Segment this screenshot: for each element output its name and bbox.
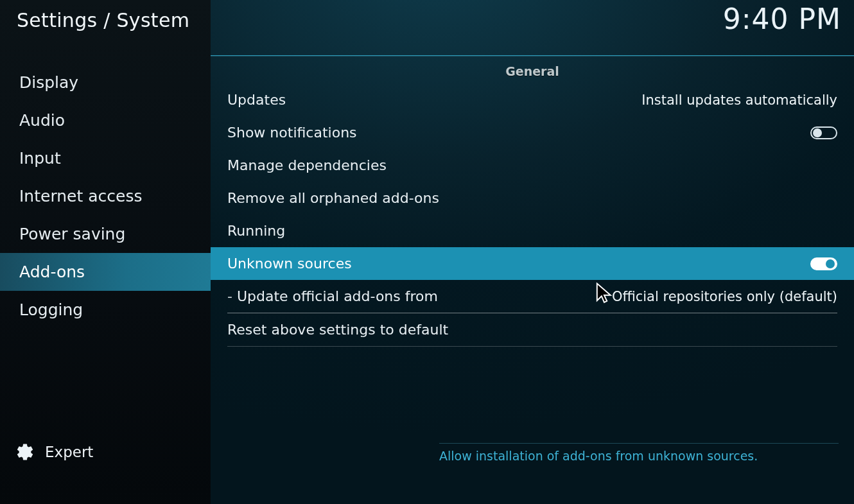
sidebar-item-logging[interactable]: Logging xyxy=(0,291,211,329)
settings-panel: 9:40 PM General Updates Install updates … xyxy=(211,0,854,504)
clock: 9:40 PM xyxy=(723,3,841,35)
setting-manage-dependencies[interactable]: Manage dependencies xyxy=(211,149,854,182)
setting-update-addons-from-value: Official repositories only (default) xyxy=(612,289,837,304)
setting-updates[interactable]: Updates Install updates automatically xyxy=(211,83,854,116)
settings-level-label: Expert xyxy=(45,444,93,460)
sidebar-item-power[interactable]: Power saving xyxy=(0,215,211,253)
setting-reset-defaults-label: Reset above settings to default xyxy=(227,322,448,338)
setting-update-addons-from[interactable]: Update official add-ons from Official re… xyxy=(211,280,854,313)
setting-updates-value: Install updates automatically xyxy=(641,92,837,108)
sidebar-item-internet[interactable]: Internet access xyxy=(0,177,211,215)
setting-remove-orphaned[interactable]: Remove all orphaned add-ons xyxy=(211,182,854,214)
settings-list: Updates Install updates automatically Sh… xyxy=(211,83,854,347)
settings-level-button[interactable]: Expert xyxy=(0,442,211,462)
gear-icon xyxy=(15,442,35,462)
setting-remove-orphaned-label: Remove all orphaned add-ons xyxy=(227,190,439,206)
sidebar-item-display[interactable]: Display xyxy=(0,64,211,101)
sidebar-item-audio[interactable]: Audio xyxy=(0,101,211,139)
row-divider xyxy=(227,346,837,347)
setting-hint: Allow installation of add-ons from unkno… xyxy=(439,443,839,463)
setting-show-notifications[interactable]: Show notifications xyxy=(211,116,854,149)
setting-show-notifications-label: Show notifications xyxy=(227,125,357,141)
setting-unknown-sources-label: Unknown sources xyxy=(227,256,352,272)
setting-unknown-sources[interactable]: Unknown sources xyxy=(211,247,854,280)
setting-updates-label: Updates xyxy=(227,92,286,108)
sidebar: Settings / System Display Audio Input In… xyxy=(0,0,211,504)
setting-update-addons-from-label: Update official add-ons from xyxy=(227,288,438,304)
setting-manage-dependencies-label: Manage dependencies xyxy=(227,157,387,173)
setting-running[interactable]: Running xyxy=(211,214,854,247)
section-title-general: General xyxy=(211,56,854,78)
setting-running-label: Running xyxy=(227,223,285,239)
setting-reset-defaults[interactable]: Reset above settings to default xyxy=(211,313,854,346)
breadcrumb: Settings / System xyxy=(0,0,211,44)
sidebar-item-input[interactable]: Input xyxy=(0,139,211,177)
sidebar-item-addons[interactable]: Add-ons xyxy=(0,253,211,291)
toggle-unknown-sources[interactable] xyxy=(810,257,837,270)
sidebar-nav: Display Audio Input Internet access Powe… xyxy=(0,64,211,329)
toggle-show-notifications[interactable] xyxy=(810,126,837,139)
